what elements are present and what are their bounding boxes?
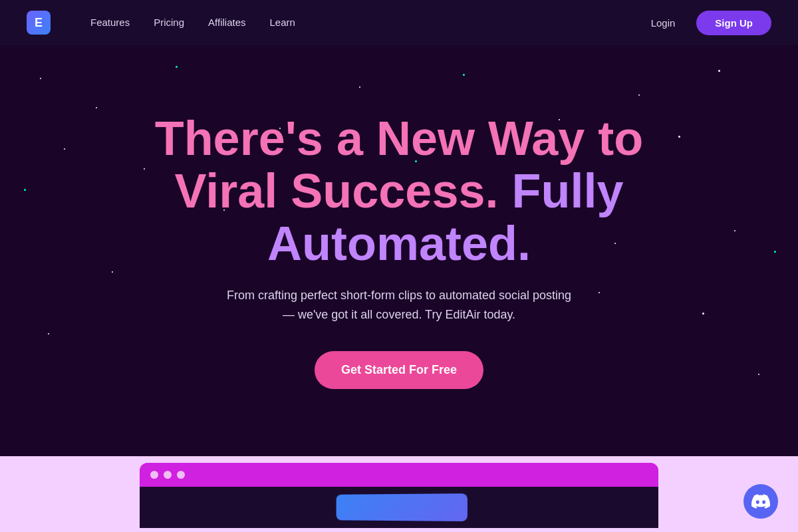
star-decoration (702, 313, 704, 315)
preview-section (0, 456, 798, 532)
hero-section: There's a New Way to Viral Success. Full… (0, 45, 798, 456)
nav-item-pricing[interactable]: Pricing (154, 17, 184, 29)
hero-subtitle: From crafting perfect short-form clips t… (226, 286, 572, 325)
browser-dot-3 (177, 471, 185, 479)
star-decoration (678, 136, 680, 138)
browser-dot-1 (150, 471, 158, 479)
content-shape (336, 493, 467, 521)
discord-button[interactable] (743, 484, 778, 519)
star-decoration (758, 374, 759, 375)
cta-button[interactable]: Get Started For Free (315, 351, 483, 389)
star-decoration (774, 251, 776, 253)
star-decoration (359, 86, 360, 88)
navbar: E Features Pricing Affiliates Learn Logi… (0, 0, 798, 45)
discord-icon (751, 492, 770, 511)
hero-title-line1: There's a New Way to (155, 112, 644, 165)
logo-icon: E (27, 11, 51, 35)
star-decoration (48, 333, 49, 334)
logo[interactable]: E (27, 11, 51, 35)
nav-link-features[interactable]: Features (90, 17, 130, 28)
nav-item-features[interactable]: Features (90, 17, 130, 29)
nav-item-learn[interactable]: Learn (269, 17, 295, 29)
nav-right: Login Sign Up (651, 11, 771, 35)
browser-dot-2 (164, 471, 172, 479)
star-decoration (598, 292, 600, 293)
star-decoration (112, 271, 113, 273)
star-decoration (718, 70, 720, 72)
hero-title-line4: Automated. (267, 217, 531, 270)
browser-content (140, 487, 658, 528)
star-decoration (96, 107, 97, 108)
signup-button[interactable]: Sign Up (696, 11, 771, 35)
hero-title-line2: Viral Success. (174, 164, 498, 217)
nav-link-affiliates[interactable]: Affiliates (208, 17, 245, 28)
nav-link-learn[interactable]: Learn (269, 17, 295, 28)
login-button[interactable]: Login (651, 17, 676, 29)
star-decoration (40, 78, 41, 79)
star-decoration (734, 230, 735, 231)
browser-toolbar (140, 463, 658, 487)
nav-link-pricing[interactable]: Pricing (154, 17, 184, 28)
nav-item-affiliates[interactable]: Affiliates (208, 17, 245, 29)
logo-letter: E (35, 16, 43, 30)
star-decoration (144, 168, 145, 170)
star-decoration (24, 189, 26, 191)
hero-title: There's a New Way to Viral Success. Full… (155, 112, 644, 271)
hero-title-line3: Fully (512, 164, 624, 217)
star-decoration (64, 148, 65, 150)
nav-links: Features Pricing Affiliates Learn (90, 17, 651, 29)
browser-window (140, 463, 658, 528)
star-decoration (176, 66, 178, 68)
star-decoration (463, 74, 465, 76)
star-decoration (638, 94, 640, 96)
